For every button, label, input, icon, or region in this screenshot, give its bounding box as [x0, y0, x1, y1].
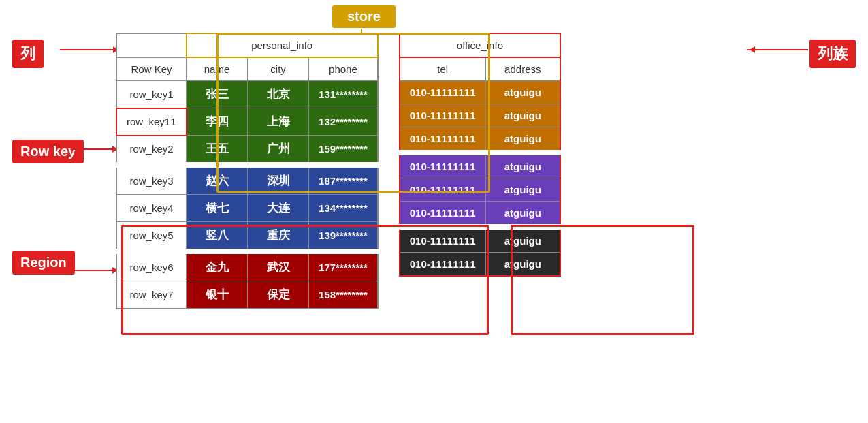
lie-arrow: [60, 49, 121, 50]
phone-cell: 134********: [309, 195, 378, 222]
city-cell: 保定: [248, 281, 309, 309]
row-key-cell: row_key1: [116, 81, 187, 108]
right-table-row: 010-11111111atguigu: [400, 127, 560, 153]
name-cell: 横七: [187, 195, 248, 222]
label-liezu: 列族: [809, 40, 856, 68]
tel-cell: 010-11111111: [400, 227, 485, 253]
rowkey-arrow: [73, 148, 120, 150]
row-key-cell: row_key6: [116, 251, 187, 281]
name-cell: 王五: [187, 136, 248, 166]
name-cell: 张三: [187, 81, 248, 108]
tel-cell: 010-11111111: [400, 202, 485, 228]
label-region: Region: [12, 251, 75, 275]
table-row: row_key1张三北京131********: [116, 81, 378, 108]
tel-cell: 010-11111111: [400, 104, 485, 127]
city-cell: 深圳: [248, 165, 309, 195]
right-table-row: 010-11111111atguigu: [400, 81, 560, 104]
personal-info-header: personal_info: [187, 33, 378, 57]
phone-cell: 187********: [309, 165, 378, 195]
right-table-row: 010-11111111atguigu: [400, 253, 560, 277]
main-container: 列 列族 Row key Region store personal_info …: [0, 0, 868, 423]
right-table-row: 010-11111111atguigu: [400, 202, 560, 228]
region-arrow: [73, 270, 120, 271]
office-info-header: office_info: [400, 33, 560, 57]
phone-cell: 159********: [309, 136, 378, 166]
row-key-cell: row_key5: [116, 222, 187, 252]
right-table-row: 010-11111111atguigu: [400, 227, 560, 253]
city-cell: 北京: [248, 81, 309, 108]
city-cell: 大连: [248, 195, 309, 222]
table-row: row_key3赵六深圳187********: [116, 165, 378, 195]
office-info-table: office_info tel address 010-11111111atgu…: [399, 33, 561, 277]
tables-wrapper: personal_info Row Key name city phone ro…: [116, 33, 561, 309]
col-tel: tel: [400, 57, 485, 81]
address-cell: atguigu: [485, 153, 560, 178]
table-row: row_key2王五广州159********: [116, 136, 378, 166]
phone-cell: 177********: [309, 251, 378, 281]
name-cell: 李四: [187, 108, 248, 136]
liezu-arrow: [747, 49, 808, 50]
row-key-cell: row_key3: [116, 165, 187, 195]
col-rowkey: Row Key: [116, 57, 187, 81]
tel-cell: 010-11111111: [400, 81, 485, 104]
right-table-row: 010-11111111atguigu: [400, 153, 560, 178]
table-row: row_key7银十保定158********: [116, 281, 378, 309]
store-label: store: [332, 5, 396, 28]
city-cell: 重庆: [248, 222, 309, 252]
city-cell: 广州: [248, 136, 309, 166]
col-city: city: [248, 57, 309, 81]
table-row: row_key6金九武汉177********: [116, 251, 378, 281]
col-phone: phone: [309, 57, 378, 81]
tel-cell: 010-11111111: [400, 253, 485, 277]
name-cell: 银十: [187, 281, 248, 309]
right-table-row: 010-11111111atguigu: [400, 104, 560, 127]
phone-cell: 132********: [309, 108, 378, 136]
city-cell: 上海: [248, 108, 309, 136]
label-lie: 列: [12, 40, 44, 68]
table-row: row_key4横七大连134********: [116, 195, 378, 222]
row-key-cell: row_key7: [116, 281, 187, 309]
city-cell: 武汉: [248, 251, 309, 281]
right-table-row: 010-11111111atguigu: [400, 178, 560, 202]
row-key-cell: row_key4: [116, 195, 187, 222]
address-cell: atguigu: [485, 178, 560, 202]
col-name: name: [187, 57, 248, 81]
table-row: row_key5竖八重庆139********: [116, 222, 378, 252]
phone-cell: 158********: [309, 281, 378, 309]
name-cell: 竖八: [187, 222, 248, 252]
address-cell: atguigu: [485, 202, 560, 228]
col-address: address: [485, 57, 560, 81]
name-cell: 金九: [187, 251, 248, 281]
tel-cell: 010-11111111: [400, 127, 485, 153]
address-cell: atguigu: [485, 253, 560, 277]
table-row: row_key11李四上海132********: [116, 108, 378, 136]
row-key-cell: row_key11: [116, 108, 187, 136]
address-cell: atguigu: [485, 81, 560, 104]
personal-info-table: personal_info Row Key name city phone ro…: [116, 33, 379, 309]
row-key-cell: row_key2: [116, 136, 187, 166]
label-rowkey: Row key: [12, 140, 84, 163]
tel-cell: 010-11111111: [400, 178, 485, 202]
tel-cell: 010-11111111: [400, 153, 485, 178]
name-cell: 赵六: [187, 165, 248, 195]
phone-cell: 131********: [309, 81, 378, 108]
address-cell: atguigu: [485, 104, 560, 127]
address-cell: atguigu: [485, 227, 560, 253]
phone-cell: 139********: [309, 222, 378, 252]
address-cell: atguigu: [485, 127, 560, 153]
